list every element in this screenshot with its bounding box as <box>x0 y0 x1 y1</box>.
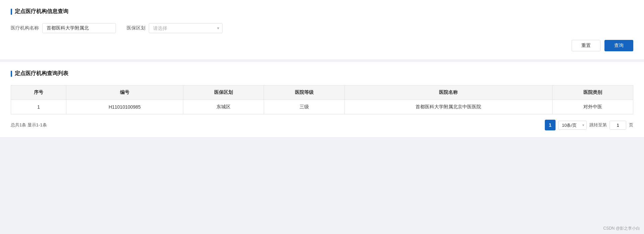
medical-insurance-area-field: 医保区划 请选择 东城区 西城区 ▾ <box>127 23 222 33</box>
search-form: 医疗机构名称 医保区划 请选择 东城区 西城区 ▾ <box>11 23 633 33</box>
col-header-index: 序号 <box>11 85 66 100</box>
hospital-name-input[interactable] <box>42 23 116 33</box>
table-header: 序号 编号 医保区划 医院等级 医院名称 医院类别 <box>11 85 633 100</box>
pagination-info: 总共1条 显示1-1条 <box>11 122 47 128</box>
jump-to-page-input[interactable] <box>609 121 626 130</box>
cell-index: 1 <box>11 100 66 114</box>
table-row: 1 H11010100985 东城区 三级 首都医科大学附属北京中医医院 对外中… <box>11 100 633 114</box>
hospital-name-label: 医疗机构名称 <box>11 25 39 31</box>
list-title-text: 定点医疗机构查询列表 <box>15 70 68 77</box>
search-section-title: 定点医疗机构信息查询 <box>11 8 633 15</box>
pagination-controls: 1 10条/页 20条/页 50条/页 ▾ 跳转至第 页 <box>545 120 633 130</box>
jump-label-prefix: 跳转至第 <box>589 122 607 128</box>
cell-area: 东城区 <box>183 100 264 114</box>
list-section: 定点医疗机构查询列表 序号 编号 医保区划 医院等级 医院名称 医院类别 1 H… <box>0 62 644 137</box>
cell-code: H11010100985 <box>66 100 183 114</box>
title-bar-decoration <box>11 9 12 15</box>
hospital-name-field: 医疗机构名称 <box>11 23 116 33</box>
page-1-button[interactable]: 1 <box>545 120 556 130</box>
col-header-level: 医院等级 <box>264 85 344 100</box>
search-title-text: 定点医疗机构信息查询 <box>15 8 68 15</box>
cell-name: 首都医科大学附属北京中医医院 <box>344 100 552 114</box>
col-header-type: 医院类别 <box>552 85 633 100</box>
cell-level: 三级 <box>264 100 344 114</box>
medical-insurance-area-select[interactable]: 请选择 东城区 西城区 <box>149 23 222 33</box>
table-body: 1 H11010100985 东城区 三级 首都医科大学附属北京中医医院 对外中… <box>11 100 633 114</box>
col-header-code: 编号 <box>66 85 183 100</box>
jump-label-suffix: 页 <box>629 122 633 128</box>
search-section: 定点医疗机构信息查询 医疗机构名称 医保区划 请选择 东城区 西城区 ▾ <box>0 0 644 59</box>
col-header-name: 医院名称 <box>344 85 552 100</box>
col-header-area: 医保区划 <box>183 85 264 100</box>
csdn-watermark: CSDN @影之李小白 <box>603 226 640 231</box>
page-size-select[interactable]: 10条/页 20条/页 50条/页 <box>558 121 587 130</box>
page-size-select-wrapper: 10条/页 20条/页 50条/页 ▾ <box>558 121 587 130</box>
page-wrapper: 定点医疗机构信息查询 医疗机构名称 医保区划 请选择 东城区 西城区 ▾ <box>0 0 644 234</box>
list-section-title: 定点医疗机构查询列表 <box>11 70 633 77</box>
table-header-row: 序号 编号 医保区划 医院等级 医院名称 医院类别 <box>11 85 633 100</box>
pagination-row: 总共1条 显示1-1条 1 10条/页 20条/页 50条/页 ▾ 跳转至第 页 <box>11 120 633 130</box>
query-button[interactable]: 查询 <box>604 40 633 51</box>
medical-insurance-area-label: 医保区划 <box>127 25 145 31</box>
medical-insurance-area-select-wrapper: 请选择 东城区 西城区 ▾ <box>149 23 222 33</box>
reset-button[interactable]: 重置 <box>572 40 600 51</box>
data-table: 序号 编号 医保区划 医院等级 医院名称 医院类别 1 H11010100985… <box>11 85 633 114</box>
cell-type: 对外中医 <box>552 100 633 114</box>
button-row: 重置 查询 <box>11 40 633 51</box>
list-title-bar-decoration <box>11 71 12 77</box>
